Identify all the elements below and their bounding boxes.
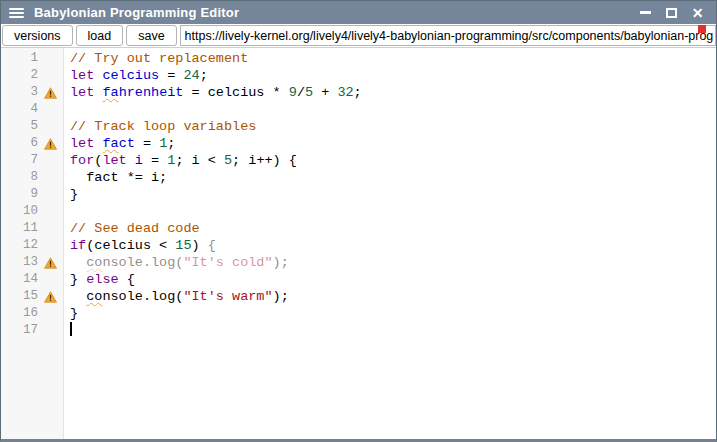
code-lines: 1// Try out replacement2let celcius = 24… <box>1 48 716 339</box>
versions-button[interactable]: versions <box>2 25 73 46</box>
code-line[interactable]: 2let celcius = 24; <box>1 67 716 84</box>
warning-icon <box>44 257 57 269</box>
code-line[interactable]: 9} <box>1 186 716 203</box>
code-token: "It's cold" <box>183 255 272 270</box>
code-text[interactable]: } else { <box>65 271 716 288</box>
text-cursor <box>70 322 72 336</box>
code-text[interactable]: } <box>65 186 716 203</box>
code-token: ); <box>273 289 289 304</box>
toolbar: versions load save <box>1 24 716 48</box>
code-text[interactable]: } <box>65 305 716 322</box>
url-field-wrapper <box>180 25 716 46</box>
code-token: = <box>143 153 167 168</box>
code-line[interactable]: 6let fact = 1; <box>1 135 716 152</box>
code-token: } <box>70 306 78 321</box>
code-line[interactable]: 10 <box>1 203 716 220</box>
code-line[interactable]: 16} <box>1 305 716 322</box>
maximize-icon <box>666 8 677 18</box>
code-token: 24 <box>183 68 199 83</box>
code-token: = <box>159 68 183 83</box>
gutter-cell <box>41 101 65 118</box>
code-text[interactable]: fact *= i; <box>65 169 716 186</box>
url-input[interactable] <box>180 25 716 46</box>
warning-icon <box>44 291 57 303</box>
code-text[interactable]: let fact = 1; <box>65 135 716 152</box>
code-text[interactable] <box>65 322 716 339</box>
code-editor[interactable]: 1// Try out replacement2let celcius = 24… <box>1 48 716 439</box>
code-token: i <box>135 153 143 168</box>
code-text[interactable]: let celcius = 24; <box>65 67 716 84</box>
code-line[interactable]: 5// Track loop variables <box>1 118 716 135</box>
code-token: fa <box>102 85 118 100</box>
code-text[interactable]: if(celcius < 15) { <box>65 237 716 254</box>
code-token: ; <box>354 85 362 100</box>
warning-cell <box>41 84 65 101</box>
url-text-caret <box>698 25 706 33</box>
menu-icon[interactable] <box>1 1 31 24</box>
code-line[interactable]: 13 console.log("It's cold"); <box>1 254 716 271</box>
code-token: } <box>70 272 86 287</box>
code-text[interactable]: let fahrenheit = celcius * 9/5 + 32; <box>65 84 716 101</box>
code-token: ); <box>273 255 289 270</box>
code-token: 5 <box>224 153 232 168</box>
save-button[interactable]: save <box>126 25 176 46</box>
code-line[interactable]: 3let fahrenheit = celcius * 9/5 + 32; <box>1 84 716 101</box>
code-line[interactable]: 14} else { <box>1 271 716 288</box>
code-token: else <box>86 272 118 287</box>
code-text[interactable] <box>65 203 716 220</box>
titlebar: Babylonian Programming Editor ✕ <box>1 1 716 24</box>
code-text[interactable]: console.log("It's cold"); <box>65 254 716 271</box>
code-token: ) <box>192 238 208 253</box>
code-line[interactable]: 12if(celcius < 15) { <box>1 237 716 254</box>
code-text[interactable]: // Try out replacement <box>65 50 716 67</box>
code-line[interactable]: 11// See dead code <box>1 220 716 237</box>
code-token: 9 <box>289 85 297 100</box>
code-token <box>70 255 86 270</box>
code-token: (celcius < <box>86 238 175 253</box>
close-icon: ✕ <box>692 6 704 20</box>
menu-icon-bar <box>9 8 24 10</box>
warning-icon <box>44 87 57 99</box>
code-token: co <box>86 289 102 304</box>
gutter-cell <box>41 169 65 186</box>
code-token: "It's warm" <box>183 289 272 304</box>
code-text[interactable]: // See dead code <box>65 220 716 237</box>
code-token: ; i++) { <box>232 153 297 168</box>
code-line[interactable]: 1// Try out replacement <box>1 50 716 67</box>
code-token: { <box>119 272 135 287</box>
code-line[interactable]: 4 <box>1 101 716 118</box>
code-token: // See dead code <box>70 221 200 236</box>
code-token: let <box>70 68 94 83</box>
gutter-cell <box>41 305 65 322</box>
line-number: 13 <box>1 254 41 271</box>
code-token: for <box>70 153 94 168</box>
line-number: 14 <box>1 271 41 288</box>
babylonian-editor-window: Babylonian Programming Editor ✕ versions… <box>0 0 717 442</box>
code-token: nsole.log( <box>102 255 183 270</box>
window-title: Babylonian Programming Editor <box>34 5 239 20</box>
code-token: 32 <box>337 85 353 100</box>
code-token: = <box>135 136 159 151</box>
code-token: let <box>102 153 126 168</box>
close-button[interactable]: ✕ <box>689 4 706 21</box>
code-token: ct <box>119 136 135 151</box>
load-button[interactable]: load <box>76 25 124 46</box>
line-number: 15 <box>1 288 41 305</box>
line-number: 10 <box>1 203 41 220</box>
code-text[interactable] <box>65 101 716 118</box>
code-line[interactable]: 17 <box>1 322 716 339</box>
minimize-button[interactable] <box>637 4 654 21</box>
maximize-button[interactable] <box>663 4 680 21</box>
code-line[interactable]: 15 console.log("It's warm"); <box>1 288 716 305</box>
code-line[interactable]: 8 fact *= i; <box>1 169 716 186</box>
code-token: ; i < <box>175 153 224 168</box>
code-text[interactable]: // Track loop variables <box>65 118 716 135</box>
code-text[interactable]: for(let i = 1; i < 5; i++) { <box>65 152 716 169</box>
code-line[interactable]: 7for(let i = 1; i < 5; i++) { <box>1 152 716 169</box>
menu-icon-bar <box>9 16 24 18</box>
gutter-cell <box>41 50 65 67</box>
line-number: 1 <box>1 50 41 67</box>
code-token: = celcius * <box>183 85 288 100</box>
code-token: / <box>297 85 305 100</box>
code-text[interactable]: console.log("It's warm"); <box>65 288 716 305</box>
